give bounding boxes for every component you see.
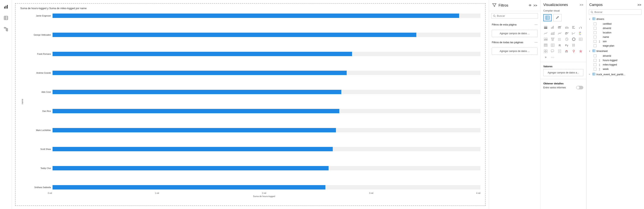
vis-icon-donut[interactable] [570,36,577,42]
table-build-icon-btn[interactable] [543,14,552,21]
campos-search-input[interactable] [594,10,640,14]
field-name-ssn: ssn [603,40,642,43]
field-item-driverId[interactable]: driverId [586,54,644,58]
vis-icon-area[interactable] [550,30,556,36]
vis-icon-chat[interactable] [550,48,556,54]
filtros-todas-paginas-header[interactable]: Filtros de todas las páginas ··· [489,38,540,46]
field-item-ssn[interactable]: ∑ ssn [586,39,644,44]
vis-icon-stacked-bar[interactable] [542,24,549,30]
vis-icon-ribbon[interactable] [556,30,563,36]
svg-point-62 [558,40,559,41]
field-checkbox-location[interactable] [594,31,596,34]
filtros-section2-dots[interactable]: ··· [534,40,538,44]
vis-icon-grouped-bar[interactable] [564,24,570,30]
field-checkbox-name[interactable] [594,36,596,38]
vis-icon-line[interactable] [542,30,549,36]
filtros-header: Filtros 👁 >> [489,0,540,11]
field-checkbox-driverId[interactable] [594,27,596,30]
field-checkbox-miles-logged[interactable] [594,63,596,66]
edit-build-icon-btn[interactable] [553,14,562,21]
svg-rect-95 [566,50,567,52]
field-checkbox-driverId[interactable] [594,54,596,57]
svg-point-63 [559,40,560,41]
agregar-campos-esta-pagina-btn[interactable]: Agregar campos de datos ... [492,30,538,37]
bar-row: George Vetticaden [25,31,480,38]
hierarchy-sidebar-icon[interactable] [2,26,10,33]
svg-rect-2 [7,5,8,8]
bar-chart-sidebar-icon[interactable] [2,3,10,10]
vis-icon-matrix[interactable] [578,36,584,42]
field-item-miles-logged[interactable]: ∑ miles-logged [586,62,644,67]
table-type-icon [592,73,595,76]
bar-track[interactable] [52,185,480,190]
filtros-search-input[interactable] [497,14,536,17]
expand-visualizaciones-icon[interactable]: >> [580,3,583,7]
vis-icon-chevron-right[interactable]: » [542,54,549,60]
bar-track[interactable] [52,90,480,94]
vis-icon-R[interactable]: R [556,42,563,48]
vis-icon-cross-tab[interactable] [542,48,549,54]
vis-icon-waterfall[interactable] [578,24,584,30]
bar-track[interactable] [52,109,480,113]
field-checkbox-week[interactable] [594,68,596,70]
bar-track[interactable] [52,71,480,75]
field-checkbox-certified[interactable] [594,22,596,25]
vis-icon-Py[interactable]: Py [564,42,570,48]
chart-inner: name Jamie Engesser George Vetticaden Fr… [20,12,480,191]
chart-title: Suma de hours-logged y Suma de miles-log… [20,7,480,10]
field-item-hours-logged[interactable]: ∑ hours-logged [586,58,644,62]
vis-icon-narrow-bar[interactable] [570,42,577,48]
bar-track[interactable] [52,52,480,56]
table-group-header-drivers[interactable]: ∨ drivers [586,16,644,22]
vis-icon-horizontal-bar[interactable] [570,24,577,30]
svg-rect-102 [593,18,595,20]
vis-icon-bar-chart[interactable] [550,24,556,30]
eye-icon[interactable]: 👁 [528,4,532,7]
vis-icon-more[interactable]: ··· [550,54,556,60]
vis-icon-bar-v2[interactable] [542,36,549,42]
vis-icon-clock[interactable] [564,36,570,42]
vis-icon-table2[interactable] [550,42,556,48]
bar-track[interactable] [52,128,480,132]
bar-track[interactable] [52,33,480,37]
vis-icon-document[interactable] [556,48,563,54]
expand-filtros-icon[interactable]: >> [533,4,537,7]
table-group-header-timesheet[interactable]: ∨ timesheet [586,48,644,54]
vis-icon-funnel[interactable] [550,36,556,42]
field-checkbox-wage-plan[interactable] [594,44,596,47]
filtros-section1-dots[interactable]: ··· [534,22,538,27]
svg-rect-23 [544,28,547,29]
field-item-week[interactable]: ∑ week [586,67,644,71]
sum-icon: ∑ [598,68,601,70]
vis-icon-table-grid[interactable] [542,42,549,48]
field-checkbox-hours-logged[interactable] [594,59,596,62]
vis-icon-heatmap[interactable] [578,30,584,36]
bar-track[interactable] [52,14,480,18]
field-item-location[interactable]: location [586,30,644,35]
bar-track[interactable] [52,147,480,151]
table-sidebar-icon[interactable] [2,14,10,22]
vis-icon-bar-with-line[interactable] [564,48,570,54]
agregar-campos-todas-paginas-btn[interactable]: Agregar campos de datos ... [492,48,538,55]
vis-icon-dots-grid[interactable] [556,36,563,42]
expand-campos-icon[interactable]: >> [638,3,641,7]
filtros-esta-pagina-header[interactable]: Filtros de esta página ··· [489,20,540,29]
table-group-header-truck_event_text_partiti...[interactable]: > truck_event_text_partiti... [586,72,644,77]
field-item-name[interactable]: name [586,35,644,39]
bar-track[interactable] [52,166,480,170]
vis-icon-line-bar[interactable] [556,24,563,30]
field-name-miles-logged: miles-logged [603,63,642,66]
field-item-certified[interactable]: certified [586,22,644,26]
field-item-driverId[interactable]: driverId [586,26,644,30]
field-item-wage-plan[interactable]: wage-plan [586,44,644,48]
sum-icon: ∑ [598,64,601,66]
table-group-truck_event_text_partiti...: > truck_event_text_partiti... [586,72,644,77]
entre-varios-toggle[interactable] [576,86,583,89]
field-checkbox-ssn[interactable] [594,40,596,43]
vis-icon-map-pin[interactable] [570,48,577,54]
vis-icon-combo[interactable] [564,30,570,36]
vis-icon-star[interactable] [578,48,584,54]
vis-icon-scatter-line[interactable] [570,30,577,36]
svg-rect-88 [546,52,547,53]
add-campos-vis-btn[interactable]: Agregar campos de datos a... [543,69,583,76]
